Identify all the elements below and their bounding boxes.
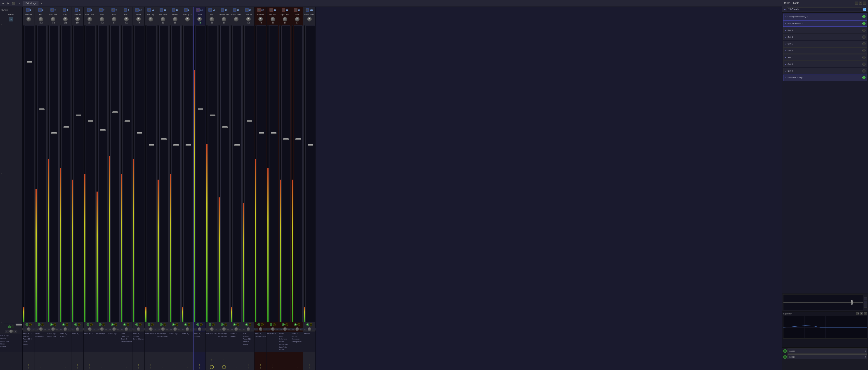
ch-power-btn-23[interactable]: ● — [294, 323, 297, 326]
ch-fx-4-0[interactable]: Param. EQ 2 — [60, 332, 71, 335]
ch-send-icon-20[interactable]: ↑ — [260, 363, 261, 366]
ch-send-icon-16[interactable]: ↑ — [211, 358, 213, 362]
ch-pan-knob-22[interactable] — [283, 17, 287, 22]
ch-fx-4-1[interactable]: Reverb 2 — [60, 335, 71, 338]
ch-pan-knob-4[interactable] — [63, 17, 68, 22]
ch-dot-btn-22[interactable]: · — [285, 323, 288, 326]
ch-icon-11[interactable]: ⬛ — [147, 8, 151, 12]
fx-slot-10[interactable]: ▶ Sidechain Comp — [783, 74, 867, 81]
ch-send-icon-13[interactable]: ↑ — [174, 363, 176, 366]
ch-route-arrow-9[interactable]: ↑ — [126, 367, 127, 369]
ch-pan-knob-3[interactable] — [51, 17, 55, 22]
ch-pan-knob-21[interactable] — [271, 17, 275, 22]
ch-fx-9-0[interactable]: Limiter — [121, 332, 132, 335]
ch-power-btn-3[interactable]: ● — [50, 323, 53, 326]
ch-dot-btn-10[interactable]: · — [139, 323, 142, 326]
ch-route-arrow-10[interactable]: ↑ — [138, 367, 139, 369]
master-route-arrow[interactable]: ↑ — [11, 367, 12, 369]
fx-slot-7[interactable]: ▶ Slot 7 — [783, 54, 867, 61]
ch-pan-knob-7[interactable] — [100, 17, 104, 22]
ch-send-icon-22[interactable]: ↑ — [284, 363, 286, 366]
ch-name-21[interactable]: Sub Bass — [267, 13, 279, 16]
ch-pan-main-15[interactable] — [198, 327, 202, 331]
master-fx-4[interactable]: Limiter — [0, 343, 22, 345]
ch-icon-22[interactable]: ⬛ — [282, 8, 285, 12]
ch-name-3[interactable]: Break Kick — [47, 13, 59, 16]
ch-send-icon-11[interactable]: ↑ — [150, 363, 151, 366]
ch-power-btn-9[interactable]: ● — [123, 323, 126, 326]
ch-icon-12[interactable]: ⬛ — [160, 8, 163, 12]
master-send-icon[interactable]: ↑ — [10, 363, 12, 366]
ch-fader-handle-15[interactable] — [198, 108, 203, 110]
ch-power-btn-4[interactable]: ● — [62, 323, 65, 326]
ch-fader-handle-16[interactable] — [210, 114, 215, 116]
ch-icon-15[interactable]: ⬛ — [196, 8, 200, 12]
ch-power-btn-20[interactable]: ● — [257, 323, 260, 326]
ch-send-icon-4[interactable]: ↑ — [64, 363, 66, 366]
ch-pan-left-12[interactable]: ◄◄ — [157, 328, 161, 331]
ch-icon-13[interactable]: ⬛ — [172, 8, 176, 12]
ch-name-4[interactable]: Clap — [59, 13, 71, 16]
dropdown-icon[interactable]: ▾ — [39, 1, 43, 6]
ch-route-arrow-5[interactable]: ↑ — [77, 367, 78, 369]
ch-fx-23-3[interactable]: Soundgoodizer — [291, 340, 303, 343]
ch-name-19[interactable]: Chord FX — [242, 13, 254, 16]
fx-slot-2-toggle[interactable] — [862, 22, 866, 25]
ch-pan-main-6[interactable] — [88, 327, 92, 331]
ch-pan-knob-11[interactable] — [149, 17, 153, 22]
ch-power-btn-8[interactable]: ● — [111, 323, 114, 326]
ch-power-btn-14[interactable]: ● — [184, 323, 187, 326]
ch-fader-handle-18[interactable] — [235, 144, 240, 146]
ch-pan-left-13[interactable]: ◄◄ — [169, 328, 173, 331]
ch-icon-8[interactable]: ⬛ — [112, 8, 115, 12]
ch-fx-6-0[interactable]: Param. EQ 2 — [84, 332, 95, 335]
ch-fader-handle-11[interactable] — [149, 144, 154, 146]
ch-name-14[interactable]: Attac...p 14 — [181, 13, 193, 16]
ch-power-btn-7[interactable]: ● — [99, 323, 101, 326]
master-power-btn[interactable]: ● — [8, 326, 11, 328]
ch-pan-left-2[interactable]: ◄◄ — [35, 328, 39, 331]
ch-fx-2-0[interactable]: Limiter — [35, 332, 46, 335]
ch-send-icon-21[interactable]: ↑ — [272, 363, 274, 366]
ch-dot-btn-13[interactable]: · — [176, 323, 178, 326]
ch-fx-10-2[interactable]: Stereo Enhancer — [133, 338, 144, 340]
ch-send-icon-5[interactable]: ↑ — [76, 363, 78, 366]
ch-fx-22-4[interactable]: Param. EQ 2 — [279, 343, 290, 346]
right-fader-btn-1[interactable] — [864, 297, 867, 300]
ch-pan-knob-17[interactable] — [222, 17, 226, 22]
ch-send-icon-1[interactable]: ↑ — [28, 363, 29, 366]
ch-send-icon-14[interactable]: ↑ — [186, 363, 188, 366]
ch-pan-main-22[interactable] — [283, 327, 287, 331]
ch-pan-left-6[interactable]: ◄◄ — [84, 328, 88, 331]
ch-route-arrow-17[interactable]: ↑ — [223, 362, 224, 365]
ch-fader-handle-22[interactable] — [283, 138, 289, 140]
ch-pan-knob-2[interactable] — [39, 17, 43, 22]
ch-route-arrow-3[interactable]: ↑ — [53, 367, 54, 369]
ch-pan-knob-125[interactable] — [307, 17, 312, 22]
ch-send-icon-15[interactable]: ↑ — [199, 363, 200, 366]
ch-pan-main-2[interactable] — [39, 327, 43, 331]
ch-icon-4[interactable]: ⬛ — [63, 8, 66, 12]
forward-icon[interactable]: ▶ — [6, 1, 11, 6]
ch-fx-12-0[interactable]: Param. EQ 2 — [157, 332, 168, 335]
ch-pan-knob-15[interactable] — [197, 17, 202, 22]
ch-pan-knob-8[interactable] — [112, 17, 116, 22]
ch-send-icon-10[interactable]: ↑ — [138, 363, 139, 366]
ch-name-7[interactable]: Ride — [96, 13, 108, 16]
ch-fx-16-0[interactable]: Sidechain Comp — [206, 332, 217, 335]
ch-dot-btn-1[interactable]: · — [29, 323, 32, 326]
ch-fx-22-5[interactable]: Love Philter — [279, 346, 290, 348]
ch-pan-left-4[interactable]: ◄◄ — [59, 328, 63, 331]
ch-fader-handle-17[interactable] — [222, 126, 228, 128]
ch-fx-2-1[interactable]: Param. EQ 2 — [35, 335, 46, 338]
fx-slot-5[interactable]: ▶ Slot 5 — [783, 41, 867, 47]
ch-icon-23[interactable]: ⬛ — [294, 8, 298, 12]
ch-name-9[interactable]: Hat 2 — [120, 13, 132, 16]
ch-pan-knob-1[interactable] — [26, 17, 31, 22]
ch-fx-15-0[interactable]: Param. EQ 2 — [194, 332, 205, 335]
ch-pan-left-19[interactable]: ◄◄ — [242, 328, 246, 331]
ch-name-12[interactable]: Beat Snare — [157, 13, 169, 16]
ch-fader-handle-1[interactable] — [27, 61, 32, 63]
ch-pan-knob-23[interactable] — [295, 17, 300, 22]
ch-fader-handle-8[interactable] — [112, 111, 118, 113]
